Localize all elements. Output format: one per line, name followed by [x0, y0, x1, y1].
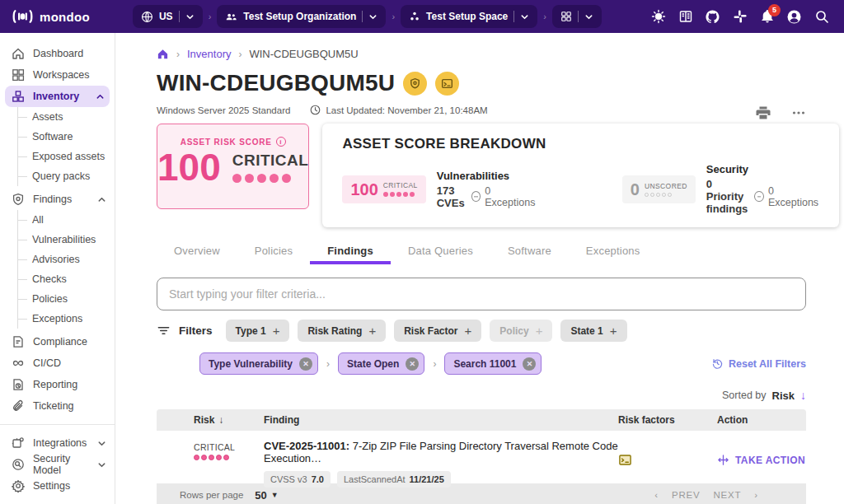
- sidebar-item-label: Vulnerabilities: [32, 234, 96, 245]
- more-options-icon[interactable]: [791, 105, 806, 120]
- sidebar-item-all[interactable]: All: [18, 210, 115, 230]
- rows-per-page-select[interactable]: 50 ▼: [255, 489, 278, 502]
- chip-type-vulnerability[interactable]: Type Vulnerability ✕: [199, 352, 318, 375]
- filter-risk-rating-button[interactable]: Risk Rating+: [298, 320, 386, 342]
- filter-criteria-input[interactable]: [157, 278, 806, 310]
- reset-label: Reset All Filters: [729, 358, 806, 370]
- platform-label: Windows Server 2025 Standard: [157, 105, 290, 115]
- sidebar-item-checks[interactable]: Checks: [18, 269, 115, 289]
- chip-search-11001[interactable]: Search 11001 ✕: [444, 352, 542, 375]
- filter-state-button[interactable]: State 1+: [560, 320, 626, 342]
- prev-arrow-icon[interactable]: ‹: [654, 490, 659, 500]
- space-label: Test Setup Space: [426, 11, 508, 22]
- sidebar-item-reporting[interactable]: Reporting: [0, 374, 115, 395]
- take-action-button[interactable]: TAKE ACTION: [717, 431, 806, 488]
- notifications-bell-icon[interactable]: 5: [759, 9, 775, 25]
- sort-direction-icon[interactable]: ↓: [800, 389, 806, 402]
- chip-state-open[interactable]: State Open ✕: [338, 352, 424, 375]
- chevron-down-icon: [368, 12, 377, 21]
- sidebar-item-dashboard[interactable]: Dashboard: [0, 43, 115, 64]
- sidebar-item-label: Exposed assets: [32, 151, 105, 162]
- sidebar-item-label: Software: [32, 131, 73, 142]
- organization-selector[interactable]: Test Setup Organization: [217, 5, 386, 28]
- take-action-label: TAKE ACTION: [735, 455, 805, 466]
- tab-policies[interactable]: Policies: [237, 240, 310, 264]
- sidebar-item-query-packs[interactable]: Query packs: [18, 166, 115, 186]
- sort-control[interactable]: Sorted by Risk ↓: [157, 389, 806, 402]
- sidebar-item-security-model[interactable]: Security Model: [0, 454, 115, 475]
- remove-chip-icon[interactable]: ✕: [523, 357, 536, 371]
- user-avatar[interactable]: [786, 9, 802, 25]
- pill-divider: [179, 11, 180, 22]
- sidebar-item-label: Policies: [32, 293, 68, 305]
- pagination: ‹ PREV NEXT ›: [654, 490, 783, 500]
- print-icon[interactable]: [755, 105, 771, 121]
- sidebar-item-cicd[interactable]: CI/CD: [0, 352, 115, 374]
- sidebar-item-exposed-assets[interactable]: Exposed assets: [18, 147, 115, 166]
- sidebar-item-settings[interactable]: Settings: [0, 475, 115, 497]
- info-icon[interactable]: i: [276, 137, 286, 147]
- risk-factors-cell: [618, 431, 717, 488]
- reset-all-filters-link[interactable]: Reset All Filters: [711, 357, 806, 370]
- asset-terminal-icon[interactable]: [435, 72, 459, 96]
- filter-button-label: Policy: [499, 325, 528, 337]
- sidebar: Dashboard Workspaces Inventory Assets So…: [0, 33, 115, 504]
- sidebar-item-workspaces[interactable]: Workspaces: [0, 64, 115, 86]
- github-icon[interactable]: [705, 9, 720, 25]
- workspace-selector[interactable]: [552, 5, 602, 28]
- sidebar-item-exceptions[interactable]: Exceptions: [18, 309, 115, 329]
- cve-id-link[interactable]: CVE-2025-11001:: [264, 440, 349, 452]
- sidebar-item-software[interactable]: Software: [18, 127, 115, 147]
- sidebar-item-integrations[interactable]: Integrations: [0, 432, 115, 454]
- notification-badge: 5: [768, 4, 781, 16]
- search-icon[interactable]: [814, 9, 829, 25]
- sidebar-item-compliance[interactable]: Compliance: [0, 331, 115, 352]
- theme-toggle-icon[interactable]: [650, 9, 666, 25]
- table-row[interactable]: CRITICAL CVE-2025-11001: 7-Zip ZIP File …: [157, 431, 806, 483]
- slack-icon[interactable]: [732, 9, 748, 25]
- inventory-icon: [12, 90, 25, 103]
- caret-down-icon: ▼: [271, 491, 279, 499]
- mondoo-logo[interactable]: mondoo: [0, 8, 90, 25]
- docs-icon[interactable]: [678, 9, 693, 25]
- column-finding[interactable]: Finding: [264, 414, 618, 426]
- tab-data-queries[interactable]: Data Queries: [391, 240, 490, 264]
- reset-icon: [711, 357, 724, 370]
- remove-chip-icon[interactable]: ✕: [406, 357, 419, 371]
- terminal-risk-factor-icon[interactable]: [618, 453, 632, 467]
- asset-policy-icon[interactable]: [403, 72, 427, 96]
- sidebar-item-inventory[interactable]: Inventory: [5, 86, 110, 107]
- next-page-button[interactable]: NEXT: [713, 490, 741, 500]
- sidebar-item-assets[interactable]: Assets: [18, 107, 115, 127]
- sorted-by-value: Risk: [772, 390, 795, 402]
- sidebar-item-vulnerabilities[interactable]: Vulnerabilities: [18, 230, 115, 250]
- filter-risk-factor-button[interactable]: Risk Factor+: [394, 320, 481, 342]
- chip-label: Type Vulnerability: [209, 358, 293, 370]
- breadcrumb-inventory-link[interactable]: Inventory: [187, 48, 231, 60]
- space-selector[interactable]: Test Setup Space: [401, 5, 537, 28]
- sidebar-item-ticketing[interactable]: Ticketing: [0, 395, 115, 417]
- home-icon: [12, 47, 25, 60]
- column-risk[interactable]: Risk ↓: [157, 414, 264, 426]
- last-updated-label: Last Updated: November 21, 10:48AM: [326, 105, 487, 115]
- prev-page-button[interactable]: PREV: [672, 490, 701, 500]
- filter-type-button[interactable]: Type 1+: [226, 320, 290, 342]
- breadcrumb: › Inventory › WIN-CDEUGBQUM5U: [157, 48, 806, 60]
- tab-overview[interactable]: Overview: [157, 240, 237, 264]
- badge-label: LastScannedAt: [344, 474, 406, 484]
- region-selector[interactable]: US: [133, 5, 203, 28]
- tab-exceptions[interactable]: Exceptions: [569, 240, 658, 264]
- tab-findings[interactable]: Findings: [310, 240, 391, 264]
- plus-icon: +: [465, 324, 472, 338]
- risk-score-dots: [232, 174, 309, 183]
- vulnerabilities-score-badge: 100 CRITICAL: [342, 175, 425, 203]
- tab-software[interactable]: Software: [490, 240, 569, 264]
- sidebar-item-findings[interactable]: Findings: [0, 189, 115, 210]
- breadcrumb-home-icon[interactable]: [157, 48, 169, 60]
- sidebar-item-policies[interactable]: Policies: [18, 289, 115, 309]
- risk-rating-label: CRITICAL: [194, 442, 264, 452]
- next-arrow-icon[interactable]: ›: [754, 490, 758, 500]
- remove-chip-icon[interactable]: ✕: [299, 357, 312, 371]
- sidebar-item-advisories[interactable]: Advisories: [18, 250, 115, 269]
- title-row: WIN-CDEUGBQUM5U: [157, 70, 806, 96]
